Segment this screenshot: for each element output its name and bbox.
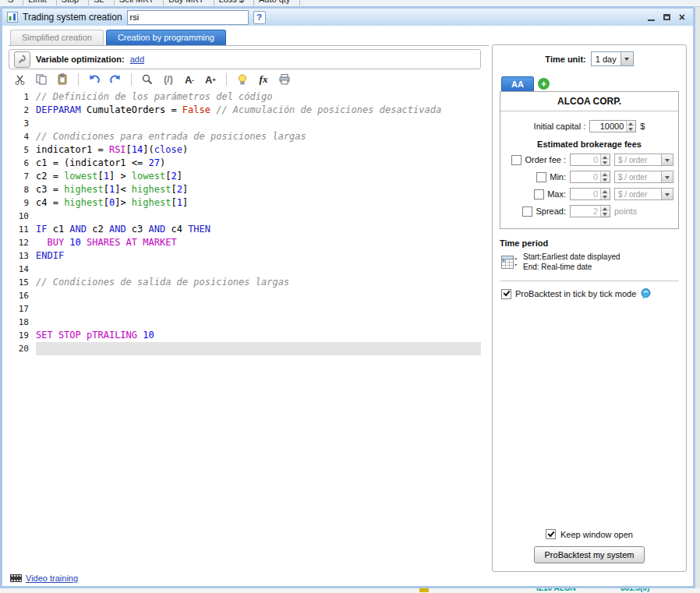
search-input[interactable] bbox=[127, 10, 249, 25]
code-text[interactable]: // Condiciones de salida de posiciones l… bbox=[36, 276, 481, 289]
cut-button[interactable] bbox=[13, 72, 27, 86]
spinner-arrows[interactable] bbox=[600, 171, 610, 182]
maximize-button[interactable] bbox=[663, 14, 670, 20]
print-button[interactable] bbox=[278, 72, 292, 86]
add-instrument-button[interactable]: + bbox=[538, 78, 550, 90]
help-icon[interactable]: ? bbox=[253, 11, 266, 24]
code-text[interactable] bbox=[36, 289, 481, 302]
wrench-button[interactable] bbox=[14, 51, 30, 68]
code-line[interactable]: 17 bbox=[9, 302, 481, 316]
add-variable-link[interactable]: add bbox=[130, 55, 144, 64]
max-fee-unit-select[interactable]: $ / order bbox=[614, 188, 673, 200]
code-text[interactable]: SET STOP pTRAILING 10 bbox=[36, 329, 481, 342]
code-text[interactable]: c4 = highest[0]> highest[1] bbox=[36, 196, 481, 210]
min-fee-input[interactable]: 0 bbox=[570, 171, 610, 183]
font-decrease-button[interactable]: A- bbox=[182, 72, 196, 86]
copy-button[interactable] bbox=[34, 72, 48, 86]
code-line[interactable]: 2DEFPARAM CumulateOrders = False // Acum… bbox=[9, 104, 481, 117]
time-period-row[interactable]: Start:Earliest date displayed End: Real-… bbox=[500, 252, 679, 272]
code-text[interactable] bbox=[36, 210, 481, 223]
code-line[interactable]: 8c3 = highest[1]< highest[2] bbox=[9, 183, 481, 196]
spinner-arrows[interactable] bbox=[626, 121, 635, 132]
background-toolbar-item[interactable]: Buy MKT bbox=[164, 0, 214, 5]
min-fee-unit-select[interactable]: $ / order bbox=[614, 171, 673, 183]
code-line[interactable]: 20 bbox=[9, 342, 481, 355]
chevron-down-icon[interactable] bbox=[661, 189, 673, 199]
tab-simplified-creation[interactable]: Simplified creation bbox=[10, 30, 104, 45]
background-toolbar-item[interactable]: Sell MKT bbox=[115, 0, 164, 5]
background-toolbar-item[interactable]: Stop bbox=[57, 0, 90, 5]
code-text[interactable] bbox=[36, 117, 481, 130]
order-fee-checkbox[interactable] bbox=[511, 155, 521, 165]
code-line[interactable]: 6c1 = (indicator1 <= 27) bbox=[9, 157, 481, 170]
code-text[interactable]: c3 = highest[1]< highest[2] bbox=[36, 183, 481, 196]
code-text[interactable]: // Condiciones para entrada de posicione… bbox=[36, 130, 481, 143]
code-line[interactable]: 16 bbox=[9, 289, 481, 302]
code-line[interactable]: 19SET STOP pTRAILING 10 bbox=[9, 329, 481, 342]
chevron-down-icon[interactable] bbox=[661, 171, 673, 182]
code-line[interactable]: 15// Condiciones de salida de posiciones… bbox=[9, 276, 481, 289]
code-text[interactable]: c1 = (indicator1 <= 27) bbox=[36, 157, 481, 170]
chevron-down-icon[interactable] bbox=[661, 154, 673, 165]
time-unit-select[interactable]: 1 day bbox=[591, 51, 634, 66]
hint-button[interactable] bbox=[235, 72, 249, 86]
spread-checkbox[interactable] bbox=[522, 206, 532, 217]
code-text[interactable]: indicator1 = RSI[14](close) bbox=[36, 143, 481, 157]
background-toolbar-item[interactable]: Auto qty bbox=[254, 0, 300, 5]
code-editor[interactable]: 1// Definición de los parámetros del cód… bbox=[9, 90, 481, 570]
spinner-arrows[interactable] bbox=[600, 154, 610, 165]
min-fee-checkbox[interactable] bbox=[536, 172, 546, 182]
code-line[interactable]: 3 bbox=[9, 117, 481, 130]
minimize-button[interactable] bbox=[648, 19, 655, 21]
spinner-arrows[interactable] bbox=[600, 189, 610, 199]
spread-input[interactable]: 2 bbox=[570, 205, 610, 217]
code-line[interactable]: 9c4 = highest[0]> highest[1] bbox=[9, 196, 481, 210]
window-titlebar[interactable]: Trading system creation ? × bbox=[2, 9, 693, 26]
code-text[interactable]: DEFPARAM CumulateOrders = False // Acumu… bbox=[36, 104, 481, 117]
order-fee-input[interactable]: 0 bbox=[570, 154, 610, 166]
code-line[interactable]: 10 bbox=[9, 210, 481, 223]
code-line[interactable]: 7c2 = lowest[1] > lowest[2] bbox=[9, 170, 481, 183]
order-fee-unit-select[interactable]: $ / order bbox=[614, 154, 673, 166]
keep-window-checkbox[interactable] bbox=[546, 529, 556, 539]
code-text[interactable]: ENDIF bbox=[36, 249, 481, 263]
background-toolbar-item[interactable]: Loss $ bbox=[214, 0, 254, 5]
max-fee-checkbox[interactable] bbox=[534, 189, 544, 199]
instrument-tab-aa[interactable]: AA bbox=[501, 76, 534, 91]
initial-capital-input[interactable]: 10000 bbox=[589, 120, 636, 132]
code-line[interactable]: 12 BUY 10 SHARES AT MARKET bbox=[9, 236, 481, 249]
code-line[interactable]: 1// Definición de los parámetros del cód… bbox=[9, 90, 481, 104]
code-line[interactable]: 13ENDIF bbox=[9, 249, 481, 263]
code-line[interactable]: 5indicator1 = RSI[14](close) bbox=[9, 143, 481, 157]
code-line[interactable]: 4// Condiciones para entrada de posicion… bbox=[9, 130, 481, 143]
font-increase-button[interactable]: A+ bbox=[203, 72, 217, 86]
code-line[interactable]: 11IF c1 AND c2 AND c3 AND c4 THEN bbox=[9, 223, 481, 236]
background-toolbar-item[interactable]: Limit bbox=[23, 0, 56, 5]
tick-mode-checkbox[interactable] bbox=[501, 289, 511, 299]
chevron-down-icon[interactable] bbox=[620, 52, 633, 65]
probacktest-button[interactable]: ProBacktest my system bbox=[534, 546, 645, 563]
code-text[interactable] bbox=[36, 263, 481, 276]
redo-button[interactable] bbox=[108, 72, 122, 86]
background-toolbar-item[interactable]: S bbox=[3, 0, 23, 5]
code-text[interactable]: IF c1 AND c2 AND c3 AND c4 THEN bbox=[36, 223, 481, 236]
background-toolbar-item[interactable]: SL bbox=[89, 0, 114, 5]
code-text[interactable] bbox=[36, 342, 481, 355]
code-line[interactable]: 14 bbox=[9, 263, 481, 276]
spinner-arrows[interactable] bbox=[600, 206, 610, 217]
info-bubble-icon[interactable] bbox=[640, 288, 652, 299]
insert-function-button[interactable]: fx bbox=[256, 72, 270, 86]
search-code-button[interactable] bbox=[140, 72, 154, 86]
code-text[interactable]: BUY 10 SHARES AT MARKET bbox=[36, 236, 481, 249]
code-text[interactable]: // Definición de los parámetros del códi… bbox=[36, 90, 481, 104]
comment-toggle-button[interactable]: (/) bbox=[161, 72, 175, 86]
code-line[interactable]: 18 bbox=[9, 316, 481, 329]
undo-button[interactable] bbox=[87, 72, 101, 86]
video-training-link[interactable]: Video training bbox=[26, 574, 78, 583]
paste-button[interactable] bbox=[55, 72, 69, 86]
max-fee-input[interactable]: 0 bbox=[570, 188, 610, 200]
code-text[interactable] bbox=[36, 302, 481, 316]
code-text[interactable]: c2 = lowest[1] > lowest[2] bbox=[36, 170, 481, 183]
tab-creation-by-programming[interactable]: Creation by programming bbox=[106, 30, 226, 45]
close-button[interactable]: × bbox=[679, 12, 685, 22]
